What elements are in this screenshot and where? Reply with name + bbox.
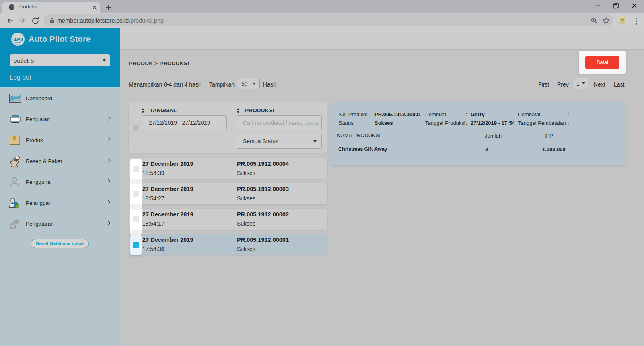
svg-text:PS: PS <box>17 37 23 42</box>
